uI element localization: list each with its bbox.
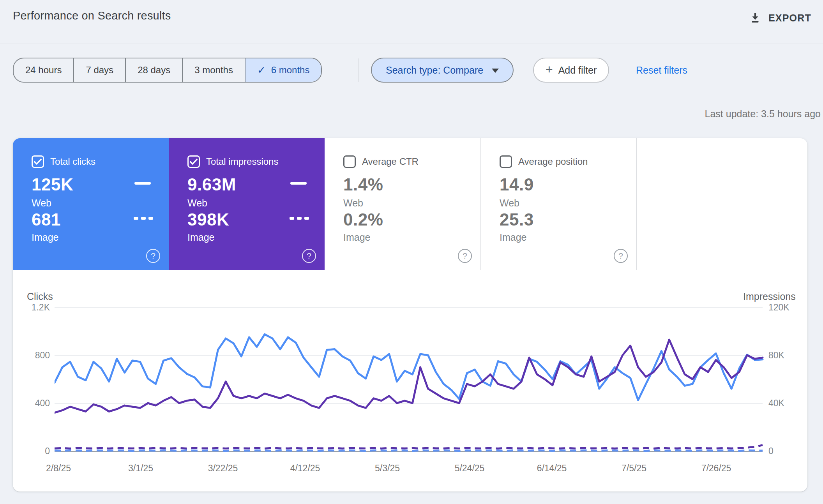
reset-filters-link[interactable]: Reset filters [636,58,687,83]
add-filter-button[interactable]: + Add filter [533,58,609,83]
card-title: Total impressions [206,156,278,167]
x-tick: 3/1/25 [113,463,168,474]
solid-line-legend-icon [134,182,151,185]
solid-line-legend-icon [290,182,307,185]
filter-row-divider [358,58,359,82]
date-range-tabs: 24 hours 7 days 28 days 3 months ✓ 6 mon… [13,58,322,83]
checkbox-unchecked-icon[interactable] [343,155,356,168]
tab-label: 6 months [271,65,310,76]
image-clicks-line [55,451,763,451]
metric-label-image: Image [500,232,526,243]
metric-label-web: Web [343,197,363,209]
card-divider [636,138,637,270]
x-tick: 4/12/25 [278,463,332,474]
card-total-clicks[interactable]: Total clicks 125K Web 681 Image ? [13,138,169,270]
help-icon[interactable]: ? [458,249,472,263]
metric-label-image: Image [32,232,58,243]
card-average-position[interactable]: Average position 14.9 Web 25.3 Image ? [480,138,636,270]
metric-label-image: Image [187,232,214,243]
check-icon: ✓ [257,64,266,76]
performance-panel: Total clicks 125K Web 681 Image ? Total … [13,138,807,492]
y-tick-right: 120K [768,302,789,313]
help-icon[interactable]: ? [614,249,628,263]
y-tick-left: 800 [19,350,50,361]
tab-label: 24 hours [25,65,62,76]
chart-plot[interactable] [55,304,764,454]
card-total-impressions[interactable]: Total impressions 9.63M Web 398K Image ? [169,138,325,270]
card-title: Total clicks [50,156,95,167]
metric-label-web: Web [187,197,207,209]
dashed-line-legend-icon [134,217,153,220]
card-average-ctr[interactable]: Average CTR 1.4% Web 0.2% Image ? [325,138,480,270]
metric-value-web: 1.4% [343,175,383,194]
y-tick-left: 400 [19,398,50,409]
help-icon[interactable]: ? [146,249,160,263]
card-row-divider [324,270,637,270]
web-impressions-k--line [55,340,763,413]
x-tick: 7/26/25 [689,463,744,474]
help-icon[interactable]: ? [302,249,316,263]
x-tick: 3/22/25 [196,463,250,474]
y-tick-left: 1.2K [19,302,50,313]
metric-label-web: Web [32,197,51,209]
tab-3-months[interactable]: 3 months [182,58,245,82]
x-tick: 6/14/25 [525,463,579,474]
metric-value-image: 0.2% [343,210,383,229]
y-tick-right: 0 [768,446,774,456]
metric-label-image: Image [343,232,370,243]
caret-down-icon [492,69,499,73]
checkbox-checked-icon[interactable] [32,155,44,168]
card-title: Average position [518,156,588,167]
plus-icon: + [546,62,553,77]
y-tick-left: 0 [19,446,50,456]
metric-value-web: 9.63M [187,175,236,194]
tab-label: 28 days [138,65,170,76]
export-button[interactable]: EXPORT [747,8,814,28]
x-tick: 7/5/25 [607,463,661,474]
x-tick: 2/8/25 [31,463,86,474]
y-tick-right: 40K [768,398,784,409]
download-icon [749,12,761,24]
tab-label: 3 months [194,65,233,76]
add-filter-label: Add filter [558,65,597,76]
metric-value-web: 125K [32,175,73,194]
left-axis-title: Clicks [27,291,53,302]
search-type-label: Search type: Compare [386,65,483,76]
x-tick: 5/3/25 [360,463,415,474]
metric-value-image: 681 [32,210,61,229]
card-title: Average CTR [362,156,419,167]
header-divider [0,44,823,44]
tab-7-days[interactable]: 7 days [73,58,125,82]
image-impressions-k--line [55,445,763,449]
x-tick: 5/24/25 [442,463,497,474]
checkbox-unchecked-icon[interactable] [500,155,512,168]
metric-value-image: 25.3 [500,210,534,229]
export-label: EXPORT [768,12,811,24]
checkbox-checked-icon[interactable] [187,155,200,168]
tab-28-days[interactable]: 28 days [125,58,182,82]
metric-value-web: 14.9 [500,175,534,194]
tab-6-months[interactable]: ✓ 6 months [245,58,321,82]
right-axis-title: Impressions [743,291,796,302]
dashed-line-legend-icon [290,217,309,220]
last-update-status: Last update: 3.5 hours ago [705,108,821,120]
page-title: Performance on Search results [13,9,171,22]
tab-24-hours[interactable]: 24 hours [14,58,73,82]
tab-label: 7 days [86,65,113,76]
metric-value-image: 398K [187,210,229,229]
metric-label-web: Web [500,197,519,209]
y-tick-right: 80K [768,350,784,361]
search-type-chip[interactable]: Search type: Compare [371,58,514,83]
